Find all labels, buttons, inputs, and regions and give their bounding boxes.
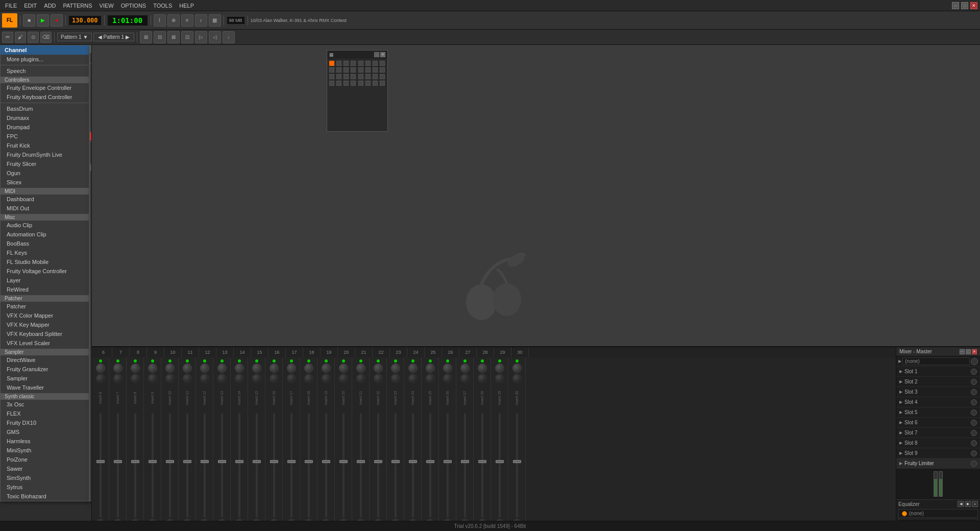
strip-fader-track-10[interactable] — [273, 413, 275, 518]
minisynth-entry[interactable]: MiniSynth — [1, 446, 89, 455]
fruity-limiter-slot[interactable]: ▶ Fruity Limiter — [896, 458, 980, 469]
menu-patterns[interactable]: PATTERNS — [60, 2, 95, 10]
sampler-entry[interactable]: Sampler — [1, 374, 89, 383]
menu-view[interactable]: VIEW — [96, 2, 117, 10]
pencil-tool[interactable]: ✏ — [2, 32, 13, 43]
strip-knob-0[interactable] — [96, 364, 105, 373]
menu-help[interactable]: HELP — [176, 2, 197, 10]
slot-9[interactable]: ▶Slot 9 — [896, 448, 980, 458]
fl-studio-mobile-entry[interactable]: FL Studio Mobile — [1, 257, 89, 267]
strip-knob-13[interactable] — [322, 364, 331, 373]
step-btn-1[interactable] — [329, 61, 334, 66]
master-close-btn[interactable]: ✕ — [972, 349, 977, 354]
strip-knob2-8[interactable] — [235, 374, 244, 383]
vfx-key-entry[interactable]: VFX Key Mapper — [1, 320, 89, 329]
fruit-kick-entry[interactable]: Fruit Kick — [1, 141, 89, 150]
strip-knob2-6[interactable] — [200, 374, 209, 383]
step-btn-32[interactable] — [380, 81, 385, 86]
extra-btn-7[interactable]: ↓ — [223, 31, 235, 43]
mixer-strip-19[interactable]: Insert 19 — [317, 357, 335, 530]
strip-fader-track-18[interactable] — [412, 413, 414, 518]
more-plugins-entry[interactable]: More plugins... — [1, 55, 89, 64]
strip-fader-track-1[interactable] — [117, 413, 119, 518]
strip-fader-track-14[interactable] — [342, 413, 345, 518]
strip-fader-track-0[interactable] — [100, 413, 102, 518]
slot-3[interactable]: ▶Slot 3 — [896, 387, 980, 397]
strip-knob-12[interactable] — [304, 364, 313, 373]
strip-knob2-1[interactable] — [113, 374, 122, 383]
step-btn-25[interactable] — [329, 81, 334, 86]
master-current-btn[interactable] — [971, 358, 978, 365]
strip-fader-track-19[interactable] — [429, 413, 431, 518]
harmless-entry[interactable]: Harmless — [1, 437, 89, 446]
mixer-strip-21[interactable]: Insert 21 — [352, 357, 370, 530]
strip-fader-track-12[interactable] — [308, 413, 310, 518]
snap-button[interactable]: ⌇ — [154, 14, 166, 27]
vfx-color-entry[interactable]: VFX Color Mapper — [1, 311, 89, 320]
strip-knob2-14[interactable] — [339, 374, 348, 383]
fruity-keyboard-entry[interactable]: Fruity Keyboard Controller — [1, 92, 89, 102]
step-btn-17[interactable] — [329, 74, 334, 79]
strip-knob2-21[interactable] — [460, 374, 470, 383]
step-btn-20[interactable] — [351, 74, 356, 79]
mixer-strip-12[interactable]: Insert 12 — [196, 357, 213, 530]
master-minimize-btn[interactable]: ─ — [960, 349, 965, 354]
drumpad-entry[interactable]: Drumpad — [1, 123, 89, 132]
strip-knob2-15[interactable] — [356, 374, 365, 383]
maximize-button[interactable]: □ — [961, 2, 968, 9]
boobass-entry[interactable]: BooBass — [1, 239, 89, 248]
step-btn-12[interactable] — [351, 67, 356, 73]
pattern-selector[interactable]: ◀Pattern 1▶ — [93, 33, 135, 41]
extra-btn-1[interactable]: ⊞ — [140, 31, 152, 43]
strip-knob-20[interactable] — [443, 364, 452, 373]
fl-keys-entry[interactable]: FL Keys — [1, 248, 89, 257]
slot-2[interactable]: ▶Slot 2 — [896, 377, 980, 387]
strip-knob2-22[interactable] — [478, 374, 487, 383]
mixer-strip-23[interactable]: Insert 23 — [387, 357, 404, 530]
strip-knob2-9[interactable] — [252, 374, 261, 383]
step-btn-28[interactable] — [351, 81, 356, 86]
erase-tool[interactable]: ⌫ — [40, 32, 52, 43]
minimize-button[interactable]: ─ — [952, 2, 959, 9]
mixer-strip-8[interactable]: Insert 8 — [127, 357, 144, 530]
drumaxx-entry[interactable]: Drumaxx — [1, 113, 89, 123]
step-btn-18[interactable] — [336, 74, 341, 79]
strip-knob2-4[interactable] — [165, 374, 175, 383]
step-btn-3[interactable] — [344, 61, 349, 66]
strip-knob2-16[interactable] — [374, 374, 383, 383]
menu-add[interactable]: ADD — [41, 2, 59, 10]
fruity-dx10-entry[interactable]: Fruity DX10 — [1, 418, 89, 427]
strip-knob2-2[interactable] — [131, 374, 140, 383]
mixer-button[interactable]: ≡ — [181, 14, 193, 27]
strip-knob-23[interactable] — [495, 364, 504, 373]
strip-knob-21[interactable] — [460, 364, 470, 373]
eq-btn-1[interactable]: ◀ — [958, 501, 964, 507]
strip-knob-4[interactable] — [165, 364, 175, 373]
strip-knob-7[interactable] — [217, 364, 227, 373]
strip-fader-track-21[interactable] — [464, 413, 466, 518]
mixer-strip-13[interactable]: Insert 13 — [213, 357, 231, 530]
strip-knob-1[interactable] — [113, 364, 122, 373]
strip-fader-track-9[interactable] — [256, 413, 258, 518]
master-fader-r[interactable] — [939, 471, 943, 497]
strip-fader-track-2[interactable] — [134, 413, 136, 518]
strip-knob2-24[interactable] — [512, 374, 522, 383]
channel-rack-button[interactable]: ▦ — [209, 14, 221, 27]
record-button[interactable]: ● — [51, 14, 63, 27]
fruity-envelope-entry[interactable]: Fruity Envelope Controller — [1, 83, 89, 92]
strip-knob2-12[interactable] — [304, 374, 313, 383]
step-btn-9[interactable] — [329, 67, 334, 73]
strip-fader-track-7[interactable] — [221, 413, 223, 518]
strip-knob-24[interactable] — [512, 364, 522, 373]
rewired-entry[interactable]: ReWired — [1, 285, 89, 294]
strip-knob2-7[interactable] — [217, 374, 227, 383]
extra-btn-5[interactable]: ▷ — [195, 31, 207, 43]
strip-knob2-19[interactable] — [426, 374, 435, 383]
step-btn-30[interactable] — [365, 81, 371, 86]
piano-roll-button[interactable]: ♪ — [195, 14, 207, 27]
master-current-value[interactable]: (none) — [902, 357, 970, 365]
patcher-entry[interactable]: Patcher — [1, 302, 89, 311]
strip-knob-10[interactable] — [270, 364, 279, 373]
strip-knob-2[interactable] — [131, 364, 140, 373]
step-btn-24[interactable] — [380, 74, 385, 79]
